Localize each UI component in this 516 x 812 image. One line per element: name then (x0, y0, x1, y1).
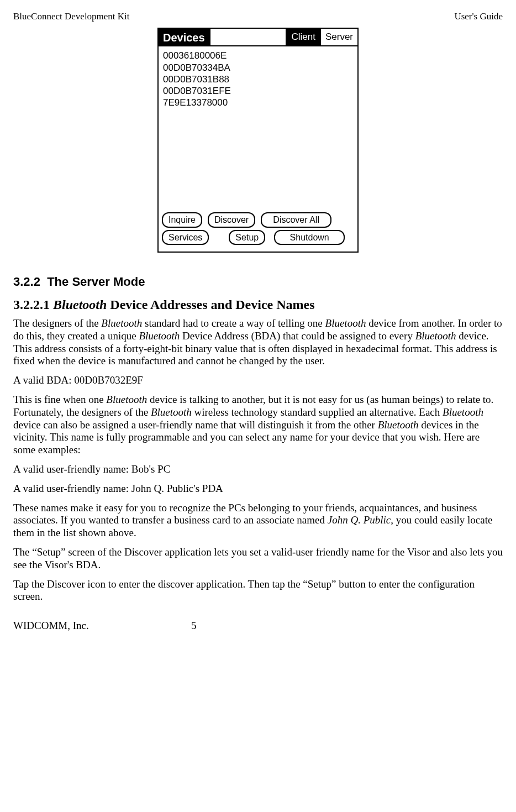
devices-screenshot: Devices Client Server 00036180006E 00D0B… (157, 28, 359, 252)
subsection-italic: Bluetooth (53, 297, 107, 312)
text-italic: Bluetooth (101, 317, 142, 329)
tab-client[interactable]: Client (287, 29, 320, 45)
text: The designers of the (13, 317, 101, 329)
section-heading: 3.2.2 The Server Mode (13, 275, 503, 289)
text-italic: John Q. Public (328, 514, 391, 526)
list-item[interactable]: 00D0B70334BA (163, 62, 353, 74)
paragraph-name1: A valid user-friendly name: Bob's PC (13, 463, 503, 476)
services-button[interactable]: Services (162, 230, 209, 245)
list-item[interactable]: 00036180006E (163, 50, 353, 61)
text: Device Address (BDA) that could be assig… (180, 330, 415, 342)
window-title: Devices (159, 29, 210, 45)
text-italic: Bluetooth (151, 406, 192, 418)
text: device can also be assigned a user-frien… (13, 419, 378, 431)
subsection-rest: Device Addresses and Device Names (107, 297, 314, 312)
device-list[interactable]: 00036180006E 00D0B70334BA 00D0B7031B88 0… (159, 46, 357, 208)
text-italic: Bluetooth (139, 330, 180, 342)
section-title: The Server Mode (47, 275, 145, 289)
list-item[interactable]: 7E9E13378000 (163, 97, 353, 108)
text-italic: Bluetooth (378, 419, 419, 431)
paragraph-bda: A valid BDA: 00D0B7032E9F (13, 374, 503, 387)
list-item[interactable]: 00D0B7031EFE (163, 85, 353, 97)
text: This is fine when one (13, 394, 106, 405)
setup-button[interactable]: Setup (229, 230, 265, 245)
subsection-heading: 3.2.2.1 Bluetooth Device Addresses and D… (13, 297, 503, 313)
inquire-button[interactable]: Inquire (162, 212, 202, 227)
text-italic: Bluetooth (415, 330, 456, 342)
paragraph-6: These names make it easy for you to reco… (13, 502, 503, 539)
text: wireless technology standard supplied an… (192, 406, 443, 418)
text-italic: Bluetooth (443, 406, 483, 418)
paragraph-8: Tap the Discover icon to enter the disco… (13, 578, 503, 604)
shutdown-button[interactable]: Shutdown (274, 230, 345, 245)
footer-company: WIDCOMM, Inc. (13, 620, 169, 632)
header-left: BlueConnect Development Kit (13, 11, 130, 22)
header-right: User's Guide (454, 11, 503, 22)
discover-button[interactable]: Discover (208, 212, 255, 227)
text-italic: Bluetooth (106, 394, 147, 405)
text: standard had to create a way of telling … (142, 317, 325, 329)
paragraph-1: The designers of the Bluetooth standard … (13, 317, 503, 368)
titlebar-spacer (210, 29, 287, 45)
paragraph-3: This is fine when one Bluetooth device i… (13, 394, 503, 457)
discover-all-button[interactable]: Discover All (261, 212, 331, 227)
list-item[interactable]: 00D0B7031B88 (163, 74, 353, 85)
text-italic: Bluetooth (325, 317, 366, 329)
paragraph-name2: A valid user-friendly name: John Q. Publ… (13, 483, 503, 495)
subsection-number: 3.2.2.1 (13, 297, 50, 312)
footer-page: 5 (169, 620, 347, 632)
paragraph-7: The “Setup” screen of the Discover appli… (13, 546, 503, 572)
tab-server[interactable]: Server (321, 29, 357, 45)
section-number: 3.2.2 (13, 275, 40, 289)
